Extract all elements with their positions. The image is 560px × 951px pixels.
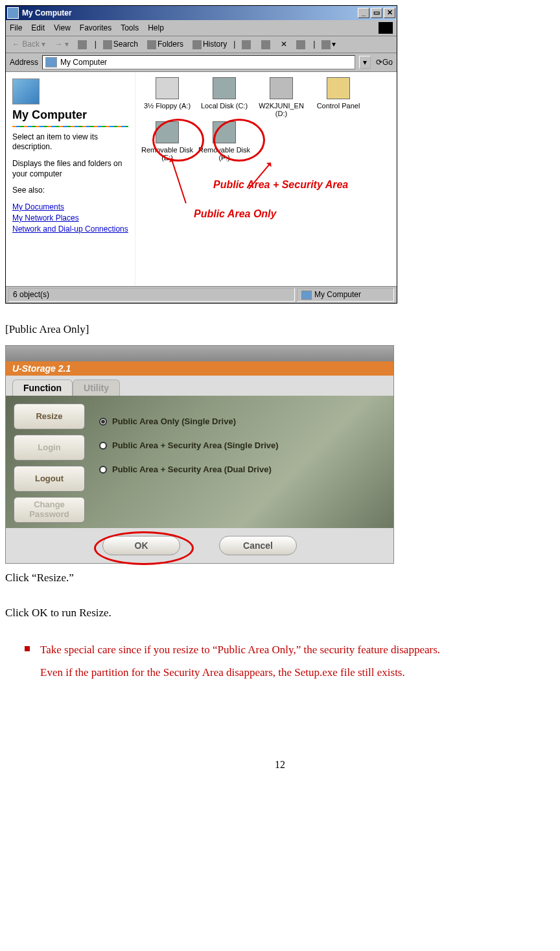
radio-icon [99,466,107,474]
bullet-icon [25,646,30,651]
menu-help[interactable]: Help [148,23,164,32]
dialog-brand: U-Storage 2.1 [6,361,393,376]
history-button[interactable]: History [190,38,229,51]
change-password-button[interactable]: Change Password [14,497,85,523]
logout-button[interactable]: Logout [14,466,85,492]
menubar: File Edit View Favorites Tools Help [6,20,397,36]
red-circle-public-only [152,119,204,162]
address-value: My Computer [60,58,107,67]
dialog-options: Public Area Only (Single Drive) Public A… [93,403,386,523]
mycomputer-large-icon [12,78,40,104]
titlebar: My Computer _ ▭ ✕ [6,6,397,20]
text-click-ok: Click OK to run Resize. [5,607,555,620]
menu-tools[interactable]: Tools [121,23,139,32]
warning-1: Take special care since if you resize to… [40,642,440,658]
control-panel[interactable]: Control Panel [312,77,365,117]
maximize-button[interactable]: ▭ [371,8,382,18]
minimize-button[interactable]: _ [358,8,369,18]
tool-btn-2[interactable] [259,38,274,51]
windows-logo-icon [379,22,393,34]
mycomputer-window: My Computer _ ▭ ✕ File Edit View Favorit… [5,5,397,304]
back-button[interactable]: ← Back ▾ [10,38,48,50]
option-public-security-dual[interactable]: Public Area + Security Area (Dual Drive) [99,464,379,474]
status-bar: 6 object(s) My Computer [6,286,397,303]
link-mydocs[interactable]: My Documents [12,202,128,211]
radio-icon [99,442,107,450]
menu-file[interactable]: File [10,23,22,32]
drive-local-c[interactable]: Local Disk (C:) [198,77,251,117]
option-public-security-single[interactable]: Public Area + Security Area (Single Driv… [99,440,379,450]
up-button[interactable] [75,38,91,51]
icon-pane: 3½ Floppy (A:) Local Disk (C:) W2KJUNI_E… [135,72,397,286]
search-button[interactable]: Search [100,38,141,51]
dialog-tabs: Function Utility [6,376,393,396]
toolbar: ← Back ▾ → ▾ | Search Folders History | … [6,36,397,53]
radio-icon [99,418,107,426]
link-network-places[interactable]: My Network Places [12,213,128,223]
annotation-public-security: Public Area + Security Area [213,179,348,191]
see-also-label: See also: [12,186,128,196]
undo-button[interactable] [294,38,309,51]
drive-floppy[interactable]: 3½ Floppy (A:) [141,77,194,117]
mycomputer-icon [7,7,19,19]
dialog-titlebar [6,346,393,361]
folders-button[interactable]: Folders [145,38,186,51]
status-location: My Computer [297,288,394,302]
tab-function[interactable]: Function [12,379,73,396]
menu-edit[interactable]: Edit [31,23,45,32]
close-button[interactable]: ✕ [384,8,395,18]
pane-title: My Computer [12,108,128,122]
info-pane: My Computer Select an item to view its d… [6,72,135,286]
dialog-footer: OK Cancel [6,528,393,563]
pane-hint: Select an item to view its description. [12,132,128,152]
text-click-resize: Click “Resize.” [5,572,555,584]
page-number: 12 [5,759,555,771]
drive-cd-d[interactable]: W2KJUNI_EN (D:) [255,77,308,117]
tool-btn-1[interactable] [239,38,255,51]
warning-list: Take special care since if you resize to… [25,642,555,658]
red-arrow-1 [171,160,187,203]
tab-utility[interactable]: Utility [73,379,120,396]
red-circle-public-security [213,119,265,162]
warning-2: Even if the partition for the Security A… [40,664,555,681]
option-public-only[interactable]: Public Area Only (Single Drive) [99,416,379,426]
delete-button[interactable]: ✕ [278,38,290,50]
annotation-public-only: Public Area Only [194,208,276,220]
address-bar: Address My Computer ▾ ⟳Go [6,53,397,72]
ok-button[interactable]: OK [102,536,180,555]
login-button[interactable]: Login [14,435,85,461]
address-dropdown[interactable]: ▾ [359,56,371,69]
forward-button[interactable]: → ▾ [52,38,71,50]
address-label: Address [10,58,38,67]
ustorage-dialog: U-Storage 2.1 Function Utility Resize Lo… [5,345,394,564]
link-network-dialup[interactable]: Network and Dial-up Connections [12,224,128,234]
window-title: My Computer [22,8,72,18]
address-field[interactable]: My Computer [42,55,355,69]
menu-favorites[interactable]: Favorites [80,23,111,32]
caption-public-area-only: [Public Area Only] [5,323,555,336]
status-objects: 6 object(s) [8,288,295,302]
go-button[interactable]: ⟳Go [376,58,393,67]
dialog-sidebar: Resize Login Logout Change Password [14,403,85,523]
status-icon [301,291,312,300]
views-button[interactable]: ▾ [319,38,338,51]
pane-desc: Displays the files and folders on your c… [12,159,128,179]
menu-view[interactable]: View [54,23,71,32]
resize-button[interactable]: Resize [14,403,85,429]
address-icon [45,57,57,67]
cancel-button[interactable]: Cancel [219,536,297,555]
